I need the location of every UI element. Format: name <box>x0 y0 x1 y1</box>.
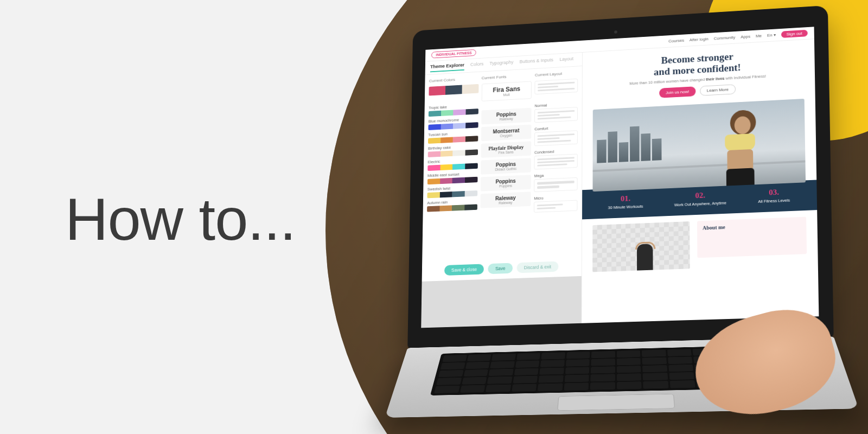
about-card: About me <box>697 216 807 258</box>
layout-thumb <box>534 107 578 123</box>
current-layout-label: Current Layout <box>535 71 578 78</box>
sign-out-button[interactable]: Sign out <box>781 30 808 38</box>
tab-theme-explorer[interactable]: Theme Explorer <box>430 62 464 72</box>
learn-more-button[interactable]: Learn More <box>700 84 736 96</box>
theme-editor-panel: Theme Explorer Colors Typography Buttons… <box>421 53 583 328</box>
palette-birthday-cake[interactable]: Birthday cake <box>428 144 478 157</box>
save-button[interactable]: Save <box>488 263 513 275</box>
layout-thumb <box>534 130 578 146</box>
palette-middle-east-sunset[interactable]: Middle east sunset <box>427 171 477 184</box>
font-option-playfair-display[interactable]: Playfair DisplayFira Sans <box>481 141 531 158</box>
font-option-poppins[interactable]: PoppinsRaleway <box>481 108 532 125</box>
palette-tropic-lake[interactable]: Tropic lake <box>429 103 478 117</box>
current-font-card[interactable]: Fira Sans Muli <box>481 81 532 101</box>
current-color-swatch[interactable] <box>429 84 478 96</box>
tab-colors[interactable]: Colors <box>470 61 483 70</box>
current-layout-thumb[interactable] <box>535 79 578 94</box>
feature-2-label: Work Out Anywhere, Anytime <box>674 200 726 207</box>
fonts-column: Current Fonts Fira Sans Muli PoppinsRale… <box>480 73 532 260</box>
palette-swatch <box>428 136 478 144</box>
about-heading: About me <box>703 221 801 231</box>
hero-image <box>592 99 806 192</box>
nav-community[interactable]: Community <box>714 35 736 41</box>
current-colors-label: Current Colors <box>429 76 478 83</box>
layout-option-normal[interactable]: Normal <box>534 101 578 123</box>
nav-after-login[interactable]: After login <box>690 36 709 42</box>
feature-1-num: 01. <box>608 194 643 204</box>
feature-1-label: 30 Minute Workouts <box>608 204 643 210</box>
palette-autumn-rain[interactable]: Autumn rain <box>427 199 477 212</box>
editor-footer-gap <box>421 276 582 328</box>
palette-tuscan-sun[interactable]: Tuscan sun <box>428 130 478 144</box>
about-section: About me <box>582 210 818 279</box>
tab-buttons[interactable]: Buttons & Inputs <box>520 58 553 67</box>
font-option-montserrat[interactable]: MontserratOxygen <box>481 124 531 141</box>
font-option-poppins[interactable]: PoppinsDidact Gothic <box>481 158 531 175</box>
page-title: How to... <box>65 184 296 253</box>
layout-option-condensed[interactable]: Condensed <box>534 148 578 170</box>
palette-swatch <box>427 190 477 198</box>
app-screen: INDIVIDUAL FITNESS Courses After login C… <box>421 27 819 328</box>
layout-thumb <box>534 154 578 169</box>
palette-swatch <box>427 177 477 184</box>
save-close-button[interactable]: Save & close <box>444 264 484 276</box>
layout-option-micro[interactable]: Micro <box>534 194 577 213</box>
layout-thumb <box>534 177 577 192</box>
feature-2: 02. Work Out Anywhere, Anytime <box>674 190 726 207</box>
site-preview: Become stronger and more confident! More… <box>582 39 819 323</box>
nav-apps[interactable]: Apps <box>741 34 750 40</box>
feature-3-num: 03. <box>758 187 790 197</box>
feature-3: 03. All Fitness Levels <box>758 187 790 204</box>
feature-2-num: 02. <box>674 190 726 201</box>
current-fonts-label: Current Fonts <box>482 73 532 80</box>
palette-swatch <box>428 122 478 130</box>
discard-button[interactable]: Discard & exit <box>516 261 558 273</box>
nav-lang[interactable]: En ▾ <box>767 33 776 37</box>
about-image <box>592 221 690 272</box>
nav-me[interactable]: Me <box>756 34 762 39</box>
layout-option-comfort[interactable]: Comfort <box>534 125 578 146</box>
palette-swatch <box>427 163 477 171</box>
tab-layout[interactable]: Layout <box>559 56 573 65</box>
brand-chip[interactable]: INDIVIDUAL FITNESS <box>431 49 476 59</box>
layout-thumb <box>534 200 577 213</box>
colors-column: Current Colors Tropic lakeBlue monochrom… <box>426 76 479 262</box>
feature-3-label: All Fitness Levels <box>758 197 790 203</box>
palette-swedish-twist[interactable]: Swedish twist <box>427 185 477 199</box>
palette-electric[interactable]: Electric <box>427 157 477 171</box>
nav-courses[interactable]: Courses <box>668 38 684 43</box>
palette-swatch <box>428 149 478 157</box>
tab-typography[interactable]: Typography <box>489 60 513 69</box>
font-option-raleway[interactable]: RalewayRaleway <box>480 192 531 208</box>
palette-swatch <box>427 204 477 212</box>
palette-blue-monochrome[interactable]: Blue monochrome <box>428 117 478 130</box>
trackpad-illustration <box>557 394 675 411</box>
feature-1: 01. 30 Minute Workouts <box>608 194 643 210</box>
layout-column: Current Layout NormalComfortCondensedMeg… <box>534 71 578 258</box>
font-option-poppins[interactable]: PoppinsPoppins <box>480 175 531 191</box>
layout-option-mega[interactable]: Mega <box>534 171 577 192</box>
join-button[interactable]: Join us now! <box>659 86 695 98</box>
person-illustration <box>702 106 767 187</box>
